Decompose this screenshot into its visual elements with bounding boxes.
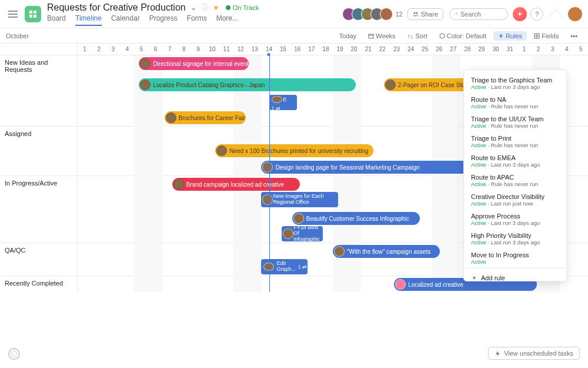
- day-column[interactable]: 12: [233, 44, 248, 55]
- project-icon[interactable]: [25, 6, 41, 22]
- assignee-avatar: [263, 263, 274, 271]
- sort-button[interactable]: ↑↓ Sort: [403, 31, 432, 41]
- task-bar[interactable]: FY18 Best Of Infographic: [282, 226, 322, 241]
- month-label[interactable]: October: [6, 32, 29, 39]
- day-column[interactable]: 6: [149, 44, 163, 55]
- help-button[interactable]: ?: [530, 8, 543, 21]
- more-button[interactable]: •••: [566, 31, 582, 41]
- rule-item[interactable]: High Priority VisibilityActive · Last ru…: [464, 229, 566, 248]
- day-column[interactable]: 10: [205, 44, 219, 55]
- weeks-button[interactable]: Weeks: [363, 31, 400, 41]
- section-title[interactable]: QA/QC: [0, 243, 78, 259]
- tab-board[interactable]: Board: [47, 14, 66, 26]
- day-column[interactable]: 5: [134, 44, 148, 55]
- add-button[interactable]: +: [513, 7, 527, 21]
- project-title[interactable]: Requests for Creative Production: [47, 2, 186, 13]
- rule-meta: Active · Rule has never run: [471, 181, 559, 187]
- day-column[interactable]: 13: [248, 44, 262, 55]
- people-icon: [413, 11, 419, 17]
- rule-item[interactable]: Creative Director VisibilityActive · Las…: [464, 190, 566, 210]
- avatar-stack[interactable]: 12: [346, 8, 402, 21]
- rule-item[interactable]: Triage to the Graphics TeamActive · Last…: [464, 74, 566, 93]
- task-bar[interactable]: New Images for Each Regional Office: [261, 192, 338, 207]
- day-column[interactable]: 16: [290, 44, 305, 55]
- day-column[interactable]: 8: [177, 44, 191, 55]
- day-column[interactable]: 2: [92, 44, 106, 55]
- fields-button[interactable]: Fields: [529, 31, 563, 41]
- rule-item[interactable]: Triage to the UI/UX TeamActive · Rule ha…: [464, 112, 566, 132]
- rule-item[interactable]: Route to EMEAActive · Last run 3 days ag…: [464, 151, 566, 171]
- search-field[interactable]: [460, 11, 502, 18]
- day-column[interactable]: 24: [404, 44, 418, 55]
- task-bar[interactable]: Beautify Customer Success Infographic: [292, 212, 420, 225]
- task-bar[interactable]: Directional signage for internal events: [139, 57, 249, 70]
- tab-timeline[interactable]: Timeline: [75, 14, 102, 26]
- star-icon[interactable]: ★: [213, 4, 221, 12]
- day-column[interactable]: 4: [120, 44, 134, 55]
- task-bar[interactable]: Localize Product Catalog Graphics - Japa…: [139, 78, 356, 91]
- day-column[interactable]: 30: [489, 44, 503, 55]
- day-column[interactable]: 3: [106, 44, 120, 55]
- task-bar[interactable]: Brochures for Career Fair: [165, 111, 246, 124]
- day-column[interactable]: 27: [446, 44, 460, 55]
- day-column[interactable]: 3: [546, 44, 560, 55]
- rule-item[interactable]: Move to In ProgressActive: [464, 248, 566, 268]
- day-column[interactable]: 1: [78, 44, 92, 55]
- day-column[interactable]: 28: [460, 44, 475, 55]
- record-button[interactable]: [8, 348, 20, 360]
- tab-more[interactable]: More...: [216, 14, 238, 26]
- day-column[interactable]: 22: [375, 44, 389, 55]
- rule-item[interactable]: Route to APACActive · Rule has never run: [464, 171, 566, 190]
- tab-forms[interactable]: Forms: [187, 14, 207, 26]
- rule-item[interactable]: Approve ProcessActive · Last run 3 days …: [464, 210, 566, 229]
- share-button[interactable]: Share: [407, 8, 443, 20]
- day-column[interactable]: 20: [347, 44, 361, 55]
- add-rule-button[interactable]: ＋ Add rule: [464, 268, 566, 281]
- rules-button[interactable]: Rules: [493, 31, 527, 41]
- chevron-down-icon[interactable]: ⌄: [191, 4, 196, 12]
- tab-progress[interactable]: Progress: [149, 14, 178, 26]
- rule-item[interactable]: Triage to PrintActive · Rule has never r…: [464, 132, 566, 151]
- day-column[interactable]: 2: [532, 44, 546, 55]
- section-title[interactable]: New Ideas and Requests: [0, 55, 78, 77]
- task-bar[interactable]: Edit Graph... 1 ⇄: [261, 259, 307, 274]
- menu-icon[interactable]: [6, 7, 20, 21]
- tab-calendar[interactable]: Calendar: [111, 14, 140, 26]
- day-column[interactable]: 25: [418, 44, 432, 55]
- fields-icon: [534, 33, 540, 39]
- section-title[interactable]: Assigned: [0, 127, 78, 142]
- day-column[interactable]: 31: [503, 44, 517, 55]
- view-unscheduled-button[interactable]: View unscheduled tasks: [488, 347, 580, 360]
- day-column[interactable]: 5: [574, 44, 588, 55]
- day-column[interactable]: 18: [319, 44, 333, 55]
- rule-title: Approve Process: [471, 213, 559, 220]
- day-column[interactable]: 21: [361, 44, 375, 55]
- rule-item[interactable]: Route to NAActive · Rule has never run: [464, 93, 566, 112]
- day-column[interactable]: 11: [219, 44, 233, 55]
- search-input[interactable]: [449, 8, 508, 20]
- assignee-avatar: [166, 112, 176, 123]
- day-column[interactable]: 19: [333, 44, 347, 55]
- section-title[interactable]: Recently Completed: [0, 276, 78, 292]
- task-bar[interactable]: "With the flow" campaign assets: [333, 245, 440, 258]
- day-column[interactable]: 14: [262, 44, 276, 55]
- day-column[interactable]: 9: [191, 44, 205, 55]
- info-icon[interactable]: ⓘ: [201, 2, 208, 12]
- day-column[interactable]: 4: [560, 44, 574, 55]
- day-column[interactable]: 29: [475, 44, 489, 55]
- day-column[interactable]: 23: [389, 44, 403, 55]
- day-column[interactable]: 1: [517, 44, 531, 55]
- today-button[interactable]: Today: [335, 31, 361, 41]
- day-column[interactable]: 7: [163, 44, 177, 55]
- top-bar: Requests for Creative Production ⌄ ⓘ ★ O…: [0, 0, 588, 28]
- user-avatar[interactable]: [568, 7, 582, 21]
- day-column[interactable]: 26: [432, 44, 446, 55]
- day-column[interactable]: 17: [305, 44, 319, 55]
- task-bar[interactable]: Need x 100 Brochures printed for univers…: [215, 144, 373, 157]
- day-column[interactable]: 15: [276, 44, 290, 55]
- task-bar[interactable]: Brand campaign localized ad creative: [172, 178, 300, 191]
- section-title[interactable]: In Progress/Active: [0, 176, 78, 192]
- task-bar[interactable]: E 1 ⇄: [269, 95, 298, 110]
- color-button[interactable]: Color: Default: [435, 31, 491, 41]
- status-badge[interactable]: On Track: [226, 4, 259, 11]
